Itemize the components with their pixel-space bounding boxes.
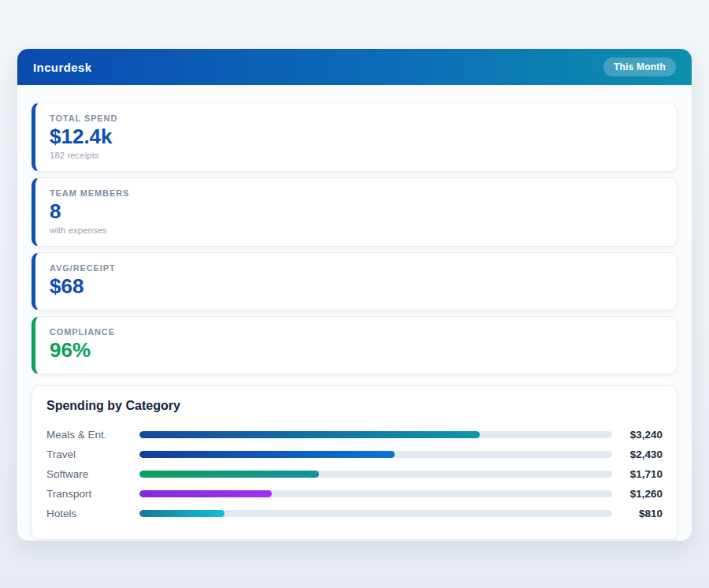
stat-card-team-members: TEAM MEMBERS 8 with expenses <box>32 177 677 247</box>
period-badge[interactable]: This Month <box>603 58 676 76</box>
dashboard-card: Incurdesk This Month TOTAL SPEND $12.4k … <box>17 49 692 541</box>
stat-value: $12.4k <box>50 125 663 149</box>
chart-title: Spending by Category <box>46 399 663 413</box>
stat-label: TEAM MEMBERS <box>50 188 663 198</box>
app-header: Incurdesk This Month <box>17 49 692 85</box>
bar-track <box>139 510 612 517</box>
dashboard-content: TOTAL SPEND $12.4k 182 receipts TEAM MEM… <box>17 85 692 541</box>
bar-value-label: $2,430 <box>612 448 663 460</box>
stat-card-avg-receipt: AVG/RECEIPT $68 <box>32 252 677 311</box>
bar-value-label: $810 <box>612 508 663 519</box>
stat-label: COMPLIANCE <box>50 327 663 337</box>
bar-row-meals: Meals & Ent. $3,240 <box>46 425 663 445</box>
stat-label: AVG/RECEIPT <box>50 263 663 273</box>
bar-fill <box>139 471 319 478</box>
bar-fill <box>139 510 225 517</box>
bar-category-label: Meals & Ent. <box>46 429 139 441</box>
stat-card-compliance: COMPLIANCE 96% <box>32 316 677 374</box>
app-title: Incurdesk <box>33 61 91 74</box>
bar-row-software: Software $1,710 <box>46 464 663 484</box>
stat-value: 8 <box>50 200 663 224</box>
spending-chart-card: Spending by Category Meals & Ent. $3,240… <box>32 385 677 540</box>
bar-fill <box>139 431 480 438</box>
stat-subtext: 182 receipts <box>50 151 663 160</box>
bar-value-label: $3,240 <box>612 429 663 441</box>
bar-category-label: Hotels <box>46 508 139 519</box>
bar-fill <box>139 490 272 497</box>
bar-category-label: Transport <box>46 488 139 500</box>
bar-track <box>139 451 612 458</box>
bar-value-label: $1,260 <box>612 488 663 500</box>
bar-row-transport: Transport $1,260 <box>46 484 663 504</box>
bar-row-travel: Travel $2,430 <box>46 445 663 464</box>
stat-card-total-spend: TOTAL SPEND $12.4k 182 receipts <box>32 102 677 172</box>
stat-value: $68 <box>50 275 663 299</box>
bar-track <box>139 431 612 438</box>
bar-fill <box>139 451 395 458</box>
bar-category-label: Software <box>46 468 139 480</box>
bar-track <box>139 490 612 497</box>
stat-subtext: with expenses <box>50 225 663 235</box>
bar-row-hotels: Hotels $810 <box>46 504 663 523</box>
bar-track <box>139 471 612 478</box>
stat-value: 96% <box>50 339 663 363</box>
bar-value-label: $1,710 <box>612 468 663 480</box>
bar-category-label: Travel <box>46 448 139 460</box>
stat-label: TOTAL SPEND <box>50 114 663 123</box>
